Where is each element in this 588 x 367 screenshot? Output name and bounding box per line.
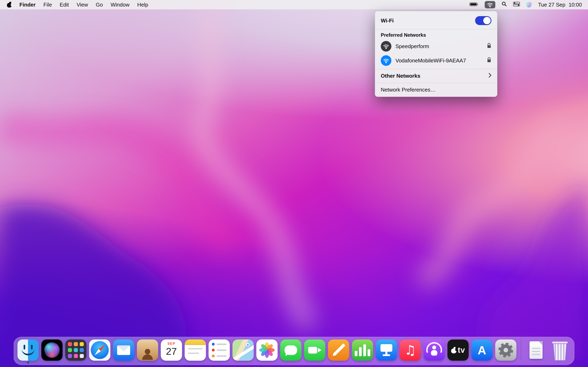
menu-bar: Finder File Edit View Go Window Help Tue… (0, 0, 588, 9)
network-name: VodafoneMobileWiFi-9AEAA7 (396, 58, 483, 64)
dock-item-reminders[interactable] (209, 340, 230, 364)
system-preferences-icon (495, 340, 517, 361)
safari-icon (89, 340, 111, 361)
finder-smile (22, 347, 35, 355)
wifi-toggle-knob (483, 17, 491, 24)
trash-icon (549, 340, 571, 361)
calendar-day: 27 (166, 346, 177, 357)
calendar-icon: SEP 27 (161, 340, 182, 361)
dock-item-siri[interactable] (42, 340, 63, 364)
network-preferences-item[interactable]: Network Preferences… (375, 84, 497, 94)
menu-edit[interactable]: Edit (60, 2, 69, 8)
menu-help[interactable]: Help (137, 2, 148, 8)
network-name: Speedperform (396, 43, 483, 50)
maps-icon (233, 340, 254, 361)
menu-view[interactable]: View (77, 2, 88, 8)
app-store-letter: A (478, 343, 486, 357)
running-indicator (27, 362, 29, 364)
menu-bar-status-area: Tue 27 Sep 10:00 (470, 1, 582, 8)
dock-item-maps[interactable] (233, 340, 254, 364)
maps-road (233, 343, 254, 361)
dock-item-calendar[interactable]: SEP 27 (161, 340, 182, 364)
panel-divider (375, 83, 497, 83)
dock-item-music[interactable]: ♫ (400, 340, 421, 364)
dock-item-photos[interactable] (256, 340, 278, 364)
dock-item-facetime[interactable] (304, 340, 325, 364)
pages-icon (328, 340, 349, 361)
calendar-month: SEP (167, 342, 175, 346)
dock-item-launchpad[interactable] (65, 340, 86, 364)
desktop-wallpaper[interactable] (0, 0, 588, 367)
video-camera-shape (308, 347, 321, 354)
preferred-networks-header: Preferred Networks (375, 31, 497, 39)
wifi-toggle-switch[interactable] (475, 16, 492, 25)
panel-divider (375, 69, 497, 69)
podcasts-icon (424, 340, 445, 361)
reminders-icon (209, 340, 230, 361)
dock-item-podcasts[interactable] (424, 340, 445, 364)
compass-needle (93, 344, 106, 357)
tv-label: tv (458, 346, 465, 355)
clock-time: 10:00 (569, 2, 582, 8)
facetime-icon (304, 340, 325, 361)
network-row-speedperform[interactable]: Speedperform (375, 39, 497, 53)
dock-item-finder[interactable] (17, 340, 39, 364)
battery-icon[interactable] (470, 2, 479, 8)
notes-icon (185, 340, 206, 361)
apple-menu-icon[interactable] (7, 2, 12, 8)
siri-menu-bar-icon[interactable] (526, 2, 532, 8)
other-networks-item[interactable]: Other Networks (375, 70, 497, 82)
dock-item-pages[interactable] (328, 340, 349, 364)
dock-item-contacts[interactable] (137, 340, 158, 364)
dock-item-notes[interactable] (185, 340, 206, 364)
photos-icon (256, 340, 278, 361)
wifi-menu-panel: Wi-Fi Preferred Networks Speedperform Vo… (375, 11, 497, 97)
launchpad-icon (65, 340, 86, 361)
notes-line (188, 352, 199, 354)
notes-header-band (185, 340, 206, 345)
active-app-name[interactable]: Finder (19, 2, 35, 8)
document-page-shape (530, 341, 543, 359)
maps-location-pin (246, 343, 250, 347)
menu-window[interactable]: Window (111, 2, 130, 8)
dock-item-numbers[interactable] (352, 340, 373, 364)
dock-item-trash[interactable] (549, 340, 571, 364)
apple-logo-bite (11, 4, 13, 6)
dock-item-apple-tv[interactable]: tv (448, 340, 469, 364)
envelope-shape (117, 345, 130, 355)
dock-separator (521, 340, 521, 361)
siri-icon (42, 340, 63, 361)
documents-icon (526, 340, 547, 361)
dock-item-mail[interactable] (113, 340, 134, 364)
menu-file[interactable]: File (43, 2, 52, 8)
safari-compass (91, 341, 109, 359)
dock-item-system-preferences[interactable] (495, 340, 517, 364)
control-center-icon[interactable] (513, 2, 520, 8)
network-row-vodafone[interactable]: VodafoneMobileWiFi-9AEAA7 (375, 53, 497, 68)
dock-item-safari[interactable] (89, 340, 111, 364)
wifi-signal-icon-active (381, 55, 391, 66)
other-networks-label: Other Networks (381, 73, 489, 79)
wifi-signal-icon (381, 41, 391, 52)
notes-line (188, 348, 203, 350)
speech-bubble (285, 345, 297, 355)
siri-orb (44, 342, 60, 358)
pencil-shape (332, 343, 346, 357)
lock-icon (487, 57, 492, 64)
dock-item-messages[interactable] (280, 340, 302, 364)
mail-icon (113, 340, 134, 361)
menu-go[interactable]: Go (96, 2, 103, 8)
dock-item-keynote[interactable] (376, 340, 397, 364)
finder-icon (17, 340, 39, 361)
gear-icon (499, 343, 513, 358)
dock-item-documents[interactable] (526, 340, 547, 364)
menu-bar-clock[interactable]: Tue 27 Sep 10:00 (538, 2, 582, 8)
dock-item-app-store[interactable]: A (471, 340, 493, 364)
wifi-menu-bar-icon[interactable] (485, 1, 495, 8)
app-store-icon: A (471, 340, 493, 361)
clock-date: Tue 27 Sep (538, 2, 565, 8)
trash-lid (552, 342, 568, 343)
dock: SEP 27 (14, 337, 575, 365)
spotlight-search-icon[interactable] (502, 1, 507, 8)
contacts-icon (137, 340, 158, 361)
